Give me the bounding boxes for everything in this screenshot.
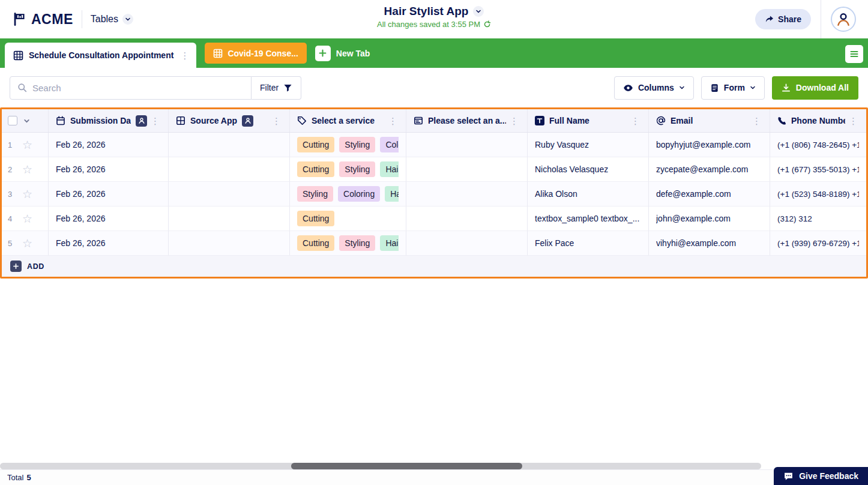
cell-date[interactable]: Feb 26, 2026: [49, 182, 169, 206]
row-select-cell[interactable]: 1☆: [2, 133, 49, 157]
avatar[interactable]: [831, 7, 856, 32]
select-all-cell[interactable]: [2, 109, 49, 132]
cell-text: Feb 26, 2026: [56, 238, 106, 248]
cell-email[interactable]: bopyhyjut@example.com: [649, 133, 770, 157]
filter-button[interactable]: Filter: [252, 76, 301, 100]
horizontal-scrollbar-track[interactable]: [0, 463, 761, 469]
service-tag[interactable]: Cutting: [297, 235, 334, 251]
service-tag[interactable]: Styling: [339, 161, 375, 177]
download-all-button[interactable]: Download All: [772, 76, 858, 100]
service-tag[interactable]: Cutting: [297, 137, 334, 152]
cell-source[interactable]: [169, 231, 290, 256]
service-tag[interactable]: Styling: [297, 186, 333, 202]
column-menu-icon[interactable]: ⋮: [147, 116, 161, 125]
column-menu-icon[interactable]: ⋮: [627, 116, 641, 125]
cell-name[interactable]: textbox_sample0 textbox_...: [528, 206, 649, 231]
select-all-checkbox[interactable]: [8, 116, 17, 125]
cell-services[interactable]: Cutting: [290, 206, 406, 231]
cell-email[interactable]: john@example.com: [649, 206, 770, 231]
cell-source[interactable]: [169, 182, 290, 206]
cell-source[interactable]: [169, 157, 290, 182]
tab-schedule-consultation[interactable]: Schedule Consultation Appointment ⋮: [5, 43, 196, 68]
column-header-name[interactable]: Full Name⋮: [528, 109, 649, 132]
service-tag[interactable]: Styling: [339, 137, 375, 152]
cell-phone[interactable]: (+1 (677) 355-5013) +1 (2: [770, 157, 866, 182]
form-button[interactable]: Form: [701, 76, 765, 100]
cell-name[interactable]: Ruby Vasquez: [528, 133, 649, 157]
service-tag[interactable]: Hair Ex: [380, 161, 399, 177]
locked-badge: [242, 115, 253, 127]
cell-services[interactable]: CuttingStylingHair Ex: [290, 231, 406, 256]
cell-date[interactable]: Feb 26, 2026: [49, 133, 169, 157]
row-select-cell[interactable]: 3☆: [2, 182, 49, 206]
service-tag[interactable]: Coloring: [338, 186, 380, 202]
cell-email[interactable]: vihyhi@example.com: [649, 231, 770, 256]
service-tag[interactable]: Hair Ex: [380, 235, 399, 251]
column-header-source[interactable]: Source App⋮: [169, 109, 290, 132]
cell-phone[interactable]: (+1 (523) 548-8189) +1 (: [770, 182, 866, 206]
column-header-phone[interactable]: Phone Number⋮: [770, 109, 866, 132]
tab-list-menu-button[interactable]: [845, 45, 863, 63]
cell-appointment[interactable]: [406, 133, 528, 157]
tab-covid-19[interactable]: Covid-19 Conse...: [205, 43, 306, 64]
cell-phone[interactable]: (+1 (806) 748-2645) +1 (: [770, 133, 866, 157]
app-title-dropdown[interactable]: Hair Stylist App: [384, 5, 484, 18]
column-label: Please select an a...: [428, 116, 506, 125]
star-icon[interactable]: ☆: [22, 213, 32, 224]
service-tag[interactable]: Hair E: [385, 186, 399, 202]
cell-text: Feb 26, 2026: [56, 140, 106, 149]
cell-appointment[interactable]: [406, 206, 528, 231]
star-icon[interactable]: ☆: [22, 139, 32, 151]
column-menu-icon[interactable]: ⋮: [506, 116, 520, 125]
cell-name[interactable]: Nicholas Velasquez: [528, 157, 649, 182]
search-icon: [17, 83, 27, 92]
cell-phone[interactable]: (312) 312: [770, 206, 866, 231]
column-menu-icon[interactable]: ⋮: [845, 116, 859, 125]
cell-appointment[interactable]: [406, 157, 528, 182]
cell-date[interactable]: Feb 26, 2026: [49, 231, 169, 256]
row-select-cell[interactable]: 2☆: [2, 157, 49, 182]
acme-logo[interactable]: ACME: [13, 11, 73, 28]
column-header-services[interactable]: Select a service⋮: [290, 109, 406, 132]
star-icon[interactable]: ☆: [22, 188, 32, 200]
cell-source[interactable]: [169, 206, 290, 231]
cell-appointment[interactable]: [406, 182, 528, 206]
service-tag[interactable]: Cutting: [297, 161, 334, 177]
share-button[interactable]: Share: [755, 9, 811, 29]
cell-source[interactable]: [169, 133, 290, 157]
cell-services[interactable]: StylingColoringHair E: [290, 182, 406, 206]
cell-email[interactable]: defe@example.com: [649, 182, 770, 206]
service-tag[interactable]: Colori: [380, 137, 399, 152]
give-feedback-button[interactable]: Give Feedback: [773, 466, 868, 485]
cell-text: Feb 26, 2026: [56, 189, 106, 199]
column-header-date[interactable]: Submission Da...⋮: [49, 109, 169, 132]
new-tab-button[interactable]: New Tab: [315, 43, 370, 64]
cell-services[interactable]: CuttingStylingColori: [290, 133, 406, 157]
row-select-cell[interactable]: 5☆: [2, 231, 49, 256]
column-menu-icon[interactable]: ⋮: [385, 116, 399, 125]
star-icon[interactable]: ☆: [22, 164, 32, 175]
cell-email[interactable]: zycepate@example.com: [649, 157, 770, 182]
cell-date[interactable]: Feb 26, 2026: [49, 206, 169, 231]
add-row-button[interactable]: ADD: [2, 256, 866, 277]
search-input[interactable]: [32, 83, 244, 93]
cell-date[interactable]: Feb 26, 2026: [49, 157, 169, 182]
cell-phone[interactable]: (+1 (939) 679-6729) +1 (: [770, 231, 866, 256]
column-header-appointment[interactable]: Please select an a...⋮: [406, 109, 528, 132]
tables-dropdown[interactable]: Tables: [91, 14, 133, 25]
service-tag[interactable]: Styling: [339, 235, 375, 251]
column-header-email[interactable]: Email⋮: [649, 109, 770, 132]
star-icon[interactable]: ☆: [22, 238, 32, 249]
row-select-cell[interactable]: 4☆: [2, 206, 49, 231]
column-menu-icon[interactable]: ⋮: [268, 116, 282, 125]
cell-name[interactable]: Alika Olson: [528, 182, 649, 206]
horizontal-scrollbar-thumb[interactable]: [291, 463, 522, 469]
service-tag[interactable]: Cutting: [297, 211, 334, 226]
cell-name[interactable]: Felix Pace: [528, 231, 649, 256]
chevron-down-icon[interactable]: [23, 118, 30, 124]
columns-button[interactable]: Columns: [614, 76, 694, 100]
cell-services[interactable]: CuttingStylingHair Ex: [290, 157, 406, 182]
cell-appointment[interactable]: [406, 231, 528, 256]
tab-menu-icon[interactable]: ⋮: [179, 51, 190, 60]
column-menu-icon[interactable]: ⋮: [749, 116, 762, 125]
